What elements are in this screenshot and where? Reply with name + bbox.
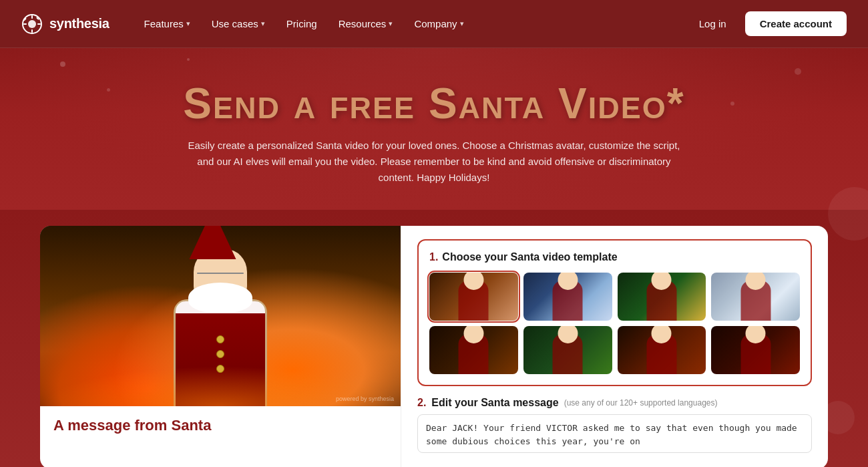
- santa-caption: A message from Santa: [53, 417, 387, 434]
- logo-text: synthesia: [49, 16, 110, 31]
- right-panel: 1. Choose your Santa video template: [401, 226, 828, 467]
- thumb-figure: [459, 281, 489, 321]
- svg-rect-5: [37, 23, 41, 25]
- step2-hint: (use any of our 120+ supported languages…: [564, 398, 718, 408]
- template-item[interactable]: [523, 326, 612, 374]
- chevron-down-icon: ▾: [389, 19, 393, 28]
- thumb-figure: [459, 334, 489, 374]
- thumb-figure: [646, 281, 676, 321]
- logo[interactable]: synthesia: [21, 13, 110, 35]
- template-item[interactable]: [618, 273, 706, 321]
- template-item[interactable]: [711, 273, 800, 321]
- main-content: ★ powered by synthesia A message from Sa…: [0, 210, 868, 467]
- nav-company[interactable]: Company ▾: [406, 13, 471, 35]
- thumb-head: [746, 273, 766, 290]
- template-grid: [429, 273, 800, 374]
- nav-actions: Log in Create account: [691, 11, 847, 36]
- template-section: 1. Choose your Santa video template: [417, 239, 812, 386]
- snow-dot: [795, 68, 801, 75]
- nav-features[interactable]: Features ▾: [136, 13, 198, 35]
- svg-rect-4: [23, 23, 27, 25]
- thumb-head: [746, 326, 766, 343]
- thumb-figure: [646, 334, 676, 374]
- thumb-head: [652, 273, 672, 290]
- message-section: 2. Edit your Santa message (use any of o…: [417, 397, 812, 456]
- svg-rect-3: [31, 29, 33, 33]
- thumb-head: [463, 273, 483, 290]
- hero-title: Send a free Santa Video*: [13, 80, 855, 127]
- hero-section: Send a free Santa Video* Easily create a…: [0, 48, 868, 210]
- step1-number: 1.: [429, 251, 438, 263]
- thumb-head: [652, 326, 672, 343]
- message-textarea[interactable]: [417, 414, 812, 453]
- step2-title: Edit your Santa message: [431, 397, 558, 409]
- nav-use-cases[interactable]: Use cases ▾: [204, 13, 273, 35]
- template-item[interactable]: [711, 326, 800, 374]
- santa-hat: ★: [189, 226, 252, 259]
- snow-dot: [60, 61, 65, 67]
- watermark-text: powered by synthesia: [336, 396, 394, 402]
- nav-resources[interactable]: Resources ▾: [331, 13, 401, 35]
- nav-pricing[interactable]: Pricing: [278, 13, 325, 35]
- chevron-down-icon: ▾: [460, 19, 464, 28]
- template-item[interactable]: [429, 273, 518, 321]
- create-account-button[interactable]: Create account: [745, 11, 847, 36]
- chevron-down-icon: ▾: [261, 19, 265, 28]
- thumb-figure: [553, 334, 583, 374]
- step2-number: 2.: [417, 397, 426, 409]
- step2-header: 2. Edit your Santa message (use any of o…: [417, 397, 812, 409]
- login-button[interactable]: Log in: [691, 13, 734, 35]
- navbar: synthesia Features ▾ Use cases ▾ Pricing…: [0, 0, 868, 48]
- template-item[interactable]: [523, 273, 612, 321]
- santa-beard: [188, 283, 252, 313]
- template-item[interactable]: [429, 326, 518, 374]
- thumb-head: [558, 273, 578, 290]
- nav-links: Features ▾ Use cases ▾ Pricing Resources…: [136, 13, 691, 35]
- santa-video-preview: ★ powered by synthesia: [40, 226, 401, 406]
- left-panel-bottom: A message from Santa: [40, 406, 401, 445]
- thumb-head: [463, 326, 483, 343]
- svg-point-1: [28, 20, 36, 28]
- svg-rect-2: [31, 15, 33, 19]
- chevron-down-icon: ▾: [186, 19, 190, 28]
- thumb-figure: [740, 281, 771, 321]
- thumb-figure: [740, 334, 771, 374]
- thumb-head: [558, 326, 578, 343]
- left-panel: ★ powered by synthesia A message from Sa…: [40, 226, 401, 467]
- step1-title: Choose your Santa video template: [442, 251, 617, 263]
- hero-subtitle: Easily create a personalized Santa video…: [180, 138, 688, 186]
- synthesia-logo-icon: [21, 13, 43, 35]
- template-item[interactable]: [618, 326, 706, 374]
- thumb-figure: [553, 281, 583, 321]
- step1-header: 1. Choose your Santa video template: [429, 251, 800, 263]
- snow-dot: [187, 58, 190, 61]
